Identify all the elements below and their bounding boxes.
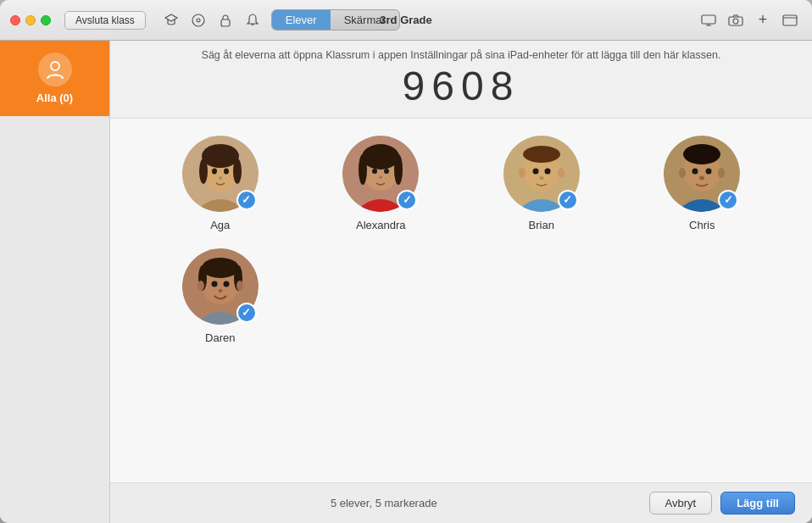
main-area: Alla (0) Säg åt eleverna att öppna Klass… (0, 41, 812, 523)
svg-point-23 (359, 154, 367, 185)
svg-point-34 (558, 168, 565, 178)
avatar-container-chris: ✓ (664, 136, 740, 212)
svg-point-47 (699, 175, 704, 180)
student-name-alexandra: Alexandra (356, 219, 406, 231)
titlebar-right: + (697, 8, 802, 32)
tab-elever[interactable]: Elever (272, 10, 331, 30)
info-text: Säg åt eleverna att öppna Klassrum i app… (127, 49, 795, 61)
svg-point-42 (683, 144, 720, 164)
student-toolbar-icon[interactable] (159, 8, 183, 32)
svg-point-12 (202, 144, 239, 168)
titlebar: Avsluta klass (0, 0, 812, 41)
svg-point-46 (706, 168, 712, 174)
svg-point-56 (236, 281, 243, 291)
check-badge-chris: ✓ (718, 190, 738, 210)
student-item-chris[interactable]: ✓ Chris (626, 136, 779, 231)
cancel-button[interactable]: Avbryt (649, 492, 713, 515)
lock-toolbar-icon[interactable] (214, 8, 237, 32)
bell-toolbar-icon[interactable] (241, 8, 264, 32)
svg-point-32 (523, 146, 560, 163)
check-badge-aga: ✓ (236, 190, 257, 210)
student-name-chris: Chris (689, 219, 715, 231)
maximize-button[interactable] (41, 15, 51, 25)
svg-point-37 (539, 176, 543, 180)
fullscreen-icon[interactable] (778, 8, 802, 32)
svg-point-45 (692, 168, 698, 174)
confirm-button[interactable]: Lägg till (720, 492, 795, 515)
svg-point-26 (384, 169, 389, 174)
screen-share-icon[interactable] (697, 8, 720, 32)
sidebar: Alla (0) (0, 41, 110, 523)
status-text: 5 elever, 5 markerade (127, 497, 641, 509)
compass-toolbar-icon[interactable] (186, 8, 210, 32)
svg-rect-6 (783, 15, 797, 25)
svg-point-52 (202, 258, 239, 278)
svg-point-57 (211, 281, 217, 287)
window-title: 3rd Grade (380, 14, 431, 26)
student-item-alexandra[interactable]: ✓ Alexandra (305, 136, 458, 231)
camera-icon[interactable] (724, 8, 748, 32)
svg-point-44 (718, 168, 725, 178)
svg-point-17 (219, 176, 222, 180)
svg-point-14 (233, 159, 242, 184)
content-panel: Säg åt eleverna att öppna Klassrum i app… (110, 41, 812, 523)
avsluta-klass-button[interactable]: Avsluta klass (64, 11, 146, 30)
svg-rect-3 (702, 15, 715, 24)
svg-point-24 (394, 154, 403, 185)
alla-icon (38, 53, 72, 86)
traffic-lights (10, 15, 51, 25)
student-name-aga: Aga (210, 219, 230, 231)
students-grid: ✓ Aga (110, 119, 812, 482)
student-item-daren[interactable]: ✓ Daren (144, 248, 297, 344)
check-badge-brian: ✓ (558, 190, 578, 210)
avatar-container-brian: ✓ (503, 136, 580, 212)
avatar-container-alexandra: ✓ (342, 136, 419, 212)
student-name-daren: Daren (205, 331, 235, 344)
svg-point-1 (197, 19, 200, 22)
svg-point-58 (223, 281, 229, 287)
app-window: Avsluta klass (0, 0, 812, 523)
svg-point-0 (192, 14, 204, 26)
check-badge-daren: ✓ (236, 303, 257, 323)
student-name-brian: Brian (529, 219, 554, 231)
svg-point-27 (379, 175, 382, 178)
bottom-bar: 5 elever, 5 markerade Avbryt Lägg till (110, 482, 812, 523)
sidebar-item-alla[interactable]: Alla (0) (0, 41, 109, 116)
toolbar-icons (159, 8, 264, 32)
close-button[interactable] (10, 15, 20, 25)
svg-point-15 (212, 168, 217, 174)
check-badge-alexandra: ✓ (397, 190, 417, 210)
info-banner: Säg åt eleverna att öppna Klassrum i app… (110, 41, 812, 119)
svg-point-25 (372, 169, 377, 174)
svg-point-16 (224, 168, 229, 174)
minimize-button[interactable] (25, 15, 36, 25)
titlebar-left: Avsluta klass (64, 8, 400, 32)
svg-point-36 (544, 168, 550, 174)
avatar-container-aga: ✓ (182, 136, 259, 212)
class-code: 9608 (127, 64, 795, 109)
svg-point-22 (362, 144, 399, 170)
svg-point-59 (218, 289, 222, 292)
add-toolbar-icon[interactable]: + (751, 8, 775, 32)
svg-rect-2 (221, 19, 230, 26)
student-item-aga[interactable]: ✓ Aga (144, 136, 297, 231)
svg-point-55 (197, 281, 204, 291)
svg-point-7 (51, 62, 59, 70)
svg-point-33 (519, 168, 526, 178)
student-item-brian[interactable]: ✓ Brian (465, 136, 618, 231)
avatar-container-daren: ✓ (182, 248, 259, 325)
svg-point-13 (199, 159, 208, 184)
alla-label: Alla (0) (36, 92, 73, 104)
svg-point-43 (679, 168, 686, 178)
svg-point-5 (733, 19, 738, 24)
svg-point-35 (532, 168, 538, 174)
